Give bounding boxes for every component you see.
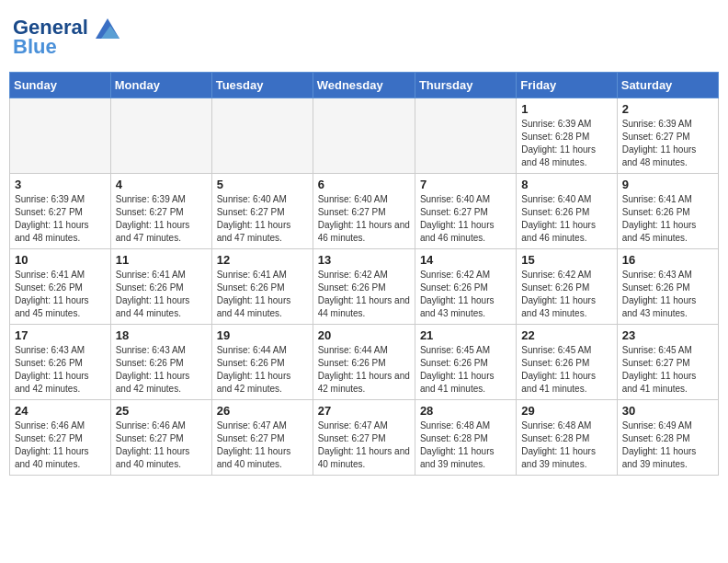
day-number: 17: [15, 328, 106, 342]
day-info: Sunrise: 6:41 AM Sunset: 6:26 PM Dayligh…: [217, 269, 308, 320]
calendar-cell: [211, 98, 313, 174]
calendar-cell: 1Sunrise: 6:39 AM Sunset: 6:28 PM Daylig…: [517, 98, 617, 174]
day-info: Sunrise: 6:42 AM Sunset: 6:26 PM Dayligh…: [521, 269, 611, 320]
day-info: Sunrise: 6:40 AM Sunset: 6:27 PM Dayligh…: [318, 193, 410, 245]
calendar-header-row: SundayMondayTuesdayWednesdayThursdayFrid…: [10, 73, 719, 98]
day-number: 7: [420, 178, 511, 191]
weekday-header-friday: Friday: [517, 73, 617, 98]
day-info: Sunrise: 6:39 AM Sunset: 6:27 PM Dayligh…: [622, 118, 713, 169]
calendar-cell: 21Sunrise: 6:45 AM Sunset: 6:26 PM Dayli…: [415, 325, 516, 400]
calendar-cell: 7Sunrise: 6:40 AM Sunset: 6:27 PM Daylig…: [415, 174, 516, 249]
day-info: Sunrise: 6:46 AM Sunset: 6:27 PM Dayligh…: [116, 419, 207, 471]
day-info: Sunrise: 6:39 AM Sunset: 6:28 PM Dayligh…: [521, 118, 611, 169]
calendar-cell: 2Sunrise: 6:39 AM Sunset: 6:27 PM Daylig…: [617, 98, 718, 174]
day-info: Sunrise: 6:41 AM Sunset: 6:26 PM Dayligh…: [116, 269, 207, 320]
day-info: Sunrise: 6:40 AM Sunset: 6:27 PM Dayligh…: [420, 193, 511, 245]
weekday-header-monday: Monday: [110, 73, 211, 98]
day-info: Sunrise: 6:44 AM Sunset: 6:26 PM Dayligh…: [217, 344, 308, 396]
day-number: 3: [15, 178, 106, 191]
day-info: Sunrise: 6:39 AM Sunset: 6:27 PM Dayligh…: [116, 193, 207, 245]
day-number: 4: [116, 178, 207, 191]
weekday-header-thursday: Thursday: [415, 73, 516, 98]
calendar-cell: 6Sunrise: 6:40 AM Sunset: 6:27 PM Daylig…: [313, 174, 415, 249]
day-info: Sunrise: 6:45 AM Sunset: 6:27 PM Dayligh…: [622, 344, 713, 396]
day-info: Sunrise: 6:47 AM Sunset: 6:27 PM Dayligh…: [217, 419, 308, 471]
calendar-cell: 18Sunrise: 6:43 AM Sunset: 6:26 PM Dayli…: [110, 325, 211, 400]
day-info: Sunrise: 6:41 AM Sunset: 6:26 PM Dayligh…: [15, 269, 106, 320]
calendar-cell: 5Sunrise: 6:40 AM Sunset: 6:27 PM Daylig…: [211, 174, 313, 249]
day-info: Sunrise: 6:41 AM Sunset: 6:26 PM Dayligh…: [622, 193, 713, 245]
day-number: 30: [622, 404, 713, 418]
day-number: 14: [420, 253, 511, 267]
day-info: Sunrise: 6:40 AM Sunset: 6:26 PM Dayligh…: [521, 193, 611, 245]
calendar-cell: 4Sunrise: 6:39 AM Sunset: 6:27 PM Daylig…: [110, 174, 211, 249]
day-number: 11: [116, 253, 207, 267]
day-number: 16: [622, 253, 713, 267]
logo-icon: [96, 18, 119, 39]
calendar-cell: 14Sunrise: 6:42 AM Sunset: 6:26 PM Dayli…: [415, 249, 516, 325]
day-number: 27: [318, 404, 410, 418]
day-info: Sunrise: 6:48 AM Sunset: 6:28 PM Dayligh…: [420, 419, 511, 471]
day-number: 8: [521, 178, 611, 191]
calendar-cell: 22Sunrise: 6:45 AM Sunset: 6:26 PM Dayli…: [517, 325, 617, 400]
calendar-cell: 8Sunrise: 6:40 AM Sunset: 6:26 PM Daylig…: [517, 174, 617, 249]
day-info: Sunrise: 6:43 AM Sunset: 6:26 PM Dayligh…: [15, 344, 106, 396]
day-number: 25: [116, 404, 207, 418]
day-info: Sunrise: 6:47 AM Sunset: 6:27 PM Dayligh…: [318, 419, 410, 471]
day-number: 18: [116, 328, 207, 342]
day-number: 9: [622, 178, 713, 191]
day-info: Sunrise: 6:40 AM Sunset: 6:27 PM Dayligh…: [217, 193, 308, 245]
day-info: Sunrise: 6:42 AM Sunset: 6:26 PM Dayligh…: [420, 269, 511, 320]
calendar-cell: 28Sunrise: 6:48 AM Sunset: 6:28 PM Dayli…: [415, 400, 516, 476]
weekday-header-wednesday: Wednesday: [313, 73, 415, 98]
calendar-cell: 3Sunrise: 6:39 AM Sunset: 6:27 PM Daylig…: [10, 174, 111, 249]
week-row-2: 3Sunrise: 6:39 AM Sunset: 6:27 PM Daylig…: [10, 174, 719, 249]
day-info: Sunrise: 6:45 AM Sunset: 6:26 PM Dayligh…: [521, 344, 611, 396]
day-number: 5: [217, 178, 308, 191]
day-number: 28: [420, 404, 511, 418]
day-info: Sunrise: 6:46 AM Sunset: 6:27 PM Dayligh…: [15, 419, 106, 471]
day-number: 26: [217, 404, 308, 418]
week-row-5: 24Sunrise: 6:46 AM Sunset: 6:27 PM Dayli…: [10, 400, 719, 476]
calendar-cell: [10, 98, 111, 174]
day-number: 6: [318, 178, 410, 191]
calendar-cell: 16Sunrise: 6:43 AM Sunset: 6:26 PM Dayli…: [617, 249, 718, 325]
day-info: Sunrise: 6:49 AM Sunset: 6:28 PM Dayligh…: [622, 419, 713, 471]
day-number: 12: [217, 253, 308, 267]
calendar-cell: 12Sunrise: 6:41 AM Sunset: 6:26 PM Dayli…: [211, 249, 313, 325]
day-info: Sunrise: 6:42 AM Sunset: 6:26 PM Dayligh…: [318, 269, 410, 320]
calendar-cell: 19Sunrise: 6:44 AM Sunset: 6:26 PM Dayli…: [211, 325, 313, 400]
week-row-4: 17Sunrise: 6:43 AM Sunset: 6:26 PM Dayli…: [10, 325, 719, 400]
day-number: 10: [15, 253, 106, 267]
calendar-cell: [415, 98, 516, 174]
weekday-header-saturday: Saturday: [617, 73, 718, 98]
calendar-cell: 26Sunrise: 6:47 AM Sunset: 6:27 PM Dayli…: [211, 400, 313, 476]
day-info: Sunrise: 6:39 AM Sunset: 6:27 PM Dayligh…: [15, 193, 106, 245]
day-number: 22: [521, 328, 611, 342]
day-number: 20: [318, 328, 410, 342]
page-header: General Blue: [9, 9, 719, 66]
calendar-cell: 20Sunrise: 6:44 AM Sunset: 6:26 PM Dayli…: [313, 325, 415, 400]
day-number: 13: [318, 253, 410, 267]
calendar-cell: 15Sunrise: 6:42 AM Sunset: 6:26 PM Dayli…: [517, 249, 617, 325]
calendar-cell: 17Sunrise: 6:43 AM Sunset: 6:26 PM Dayli…: [10, 325, 111, 400]
day-number: 1: [521, 102, 611, 116]
calendar-cell: 29Sunrise: 6:48 AM Sunset: 6:28 PM Dayli…: [517, 400, 617, 476]
calendar-cell: 11Sunrise: 6:41 AM Sunset: 6:26 PM Dayli…: [110, 249, 211, 325]
calendar-cell: 30Sunrise: 6:49 AM Sunset: 6:28 PM Dayli…: [617, 400, 718, 476]
calendar-cell: 10Sunrise: 6:41 AM Sunset: 6:26 PM Dayli…: [10, 249, 111, 325]
calendar-table: SundayMondayTuesdayWednesdayThursdayFrid…: [9, 72, 719, 476]
day-info: Sunrise: 6:44 AM Sunset: 6:26 PM Dayligh…: [318, 344, 410, 396]
day-info: Sunrise: 6:43 AM Sunset: 6:26 PM Dayligh…: [116, 344, 207, 396]
calendar-cell: 24Sunrise: 6:46 AM Sunset: 6:27 PM Dayli…: [10, 400, 111, 476]
day-number: 19: [217, 328, 308, 342]
week-row-3: 10Sunrise: 6:41 AM Sunset: 6:26 PM Dayli…: [10, 249, 719, 325]
logo: General Blue: [13, 17, 119, 59]
calendar-cell: 27Sunrise: 6:47 AM Sunset: 6:27 PM Dayli…: [313, 400, 415, 476]
day-info: Sunrise: 6:43 AM Sunset: 6:26 PM Dayligh…: [622, 269, 713, 320]
calendar-cell: [110, 98, 211, 174]
day-number: 23: [622, 328, 713, 342]
calendar-cell: 23Sunrise: 6:45 AM Sunset: 6:27 PM Dayli…: [617, 325, 718, 400]
calendar-cell: 9Sunrise: 6:41 AM Sunset: 6:26 PM Daylig…: [617, 174, 718, 249]
day-number: 15: [521, 253, 611, 267]
